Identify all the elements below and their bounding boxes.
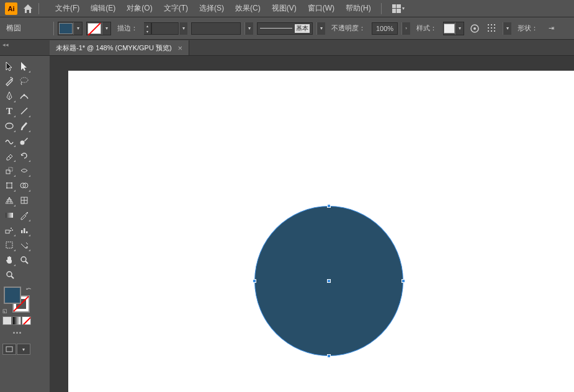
menu-edit[interactable]: 编辑(E)	[86, 1, 120, 16]
color-mode-gradient[interactable]	[12, 316, 22, 325]
stroke-weight-stepper[interactable]: ▴▾	[144, 22, 151, 35]
paintbrush-tool[interactable]	[17, 119, 31, 133]
free-transform-tool[interactable]	[2, 179, 16, 192]
stroke-weight-input[interactable]	[151, 22, 179, 35]
blob-brush-tool[interactable]	[17, 134, 31, 148]
width-tool[interactable]	[17, 164, 31, 177]
selected-ellipse[interactable]	[254, 206, 403, 356]
zoom-tool[interactable]	[17, 253, 31, 267]
svg-rect-18	[6, 230, 9, 233]
svg-rect-7	[6, 170, 10, 174]
selection-handle-top[interactable]	[327, 204, 331, 208]
edit-toolbar-icon[interactable]	[11, 329, 23, 336]
color-mode-none[interactable]	[22, 316, 31, 325]
selection-handle-left[interactable]	[253, 279, 256, 283]
svg-rect-17	[6, 213, 13, 218]
svg-point-10	[6, 182, 7, 184]
opacity-input[interactable]	[372, 22, 398, 35]
menu-window[interactable]: 窗口(W)	[303, 1, 339, 16]
hand-tool[interactable]	[2, 253, 16, 267]
selection-handle-center[interactable]	[327, 279, 331, 283]
shape-expand-icon[interactable]: ⇥	[544, 22, 558, 35]
selection-handle-bottom[interactable]	[327, 354, 331, 358]
selection-type-label: 椭圆	[6, 23, 50, 33]
stroke-swatch[interactable]	[87, 23, 101, 34]
fill-swatch[interactable]	[59, 23, 73, 34]
home-icon[interactable]	[22, 3, 34, 14]
fill-stroke-indicator: ⤺ ◱	[2, 285, 31, 314]
opacity-dropdown-btn[interactable]: ›	[401, 22, 410, 35]
panel-collapse-icon[interactable]: ◂◂	[2, 42, 9, 48]
menu-select[interactable]: 选择(S)	[194, 1, 229, 16]
menu-help[interactable]: 帮助(H)	[341, 1, 376, 16]
menu-file[interactable]: 文件(F)	[50, 1, 84, 16]
app-logo: Ai	[5, 2, 17, 15]
menu-view[interactable]: 视图(V)	[267, 1, 302, 16]
fill-dropdown-btn[interactable]: ▾	[73, 22, 82, 35]
column-graph-tool[interactable]	[17, 223, 31, 237]
svg-point-21	[10, 230, 11, 231]
default-fill-stroke-icon[interactable]: ◱	[2, 308, 7, 314]
magic-wand-tool[interactable]	[2, 74, 16, 88]
toolbox-fill-swatch[interactable]	[4, 287, 21, 304]
pen-tool[interactable]	[2, 89, 16, 103]
stroke-dropdown-btn[interactable]: ▾	[102, 22, 110, 35]
stroke-weight-dropdown[interactable]: ▾	[179, 22, 187, 35]
recolor-artwork-icon[interactable]	[468, 22, 482, 35]
symbol-sprayer-tool[interactable]	[2, 223, 16, 237]
artboard-tool[interactable]	[2, 238, 16, 252]
curvature-tool[interactable]	[17, 89, 31, 103]
style-dropdown-btn[interactable]: ▾	[455, 22, 464, 35]
menu-effect[interactable]: 效果(C)	[230, 1, 266, 16]
screen-mode-dropdown[interactable]: ▾	[17, 344, 30, 355]
line-tool[interactable]	[17, 104, 31, 118]
lasso-tool[interactable]	[17, 74, 31, 88]
shaper-tool[interactable]	[2, 134, 16, 148]
svg-rect-25	[6, 242, 12, 248]
menu-bar: Ai 文件(F) 编辑(E) 对象(O) 文字(T) 选择(S) 效果(C) 视…	[0, 0, 574, 17]
svg-rect-23	[24, 228, 25, 233]
workspace[interactable]	[50, 56, 574, 392]
direct-selection-tool[interactable]	[17, 60, 31, 73]
mesh-tool[interactable]	[17, 194, 31, 207]
ellipse-tool[interactable]	[2, 119, 16, 133]
gradient-tool[interactable]	[2, 208, 16, 222]
brush-definition[interactable]: 基本	[257, 22, 313, 35]
swap-fill-stroke-icon[interactable]: ⤺	[26, 285, 31, 292]
document-tab-bar: 未标题-1* @ 148% (CMYK/GPU 预览) ×	[0, 40, 574, 56]
zoom-tool-wide[interactable]	[2, 268, 31, 282]
scale-tool[interactable]	[2, 164, 16, 177]
menu-object[interactable]: 对象(O)	[122, 1, 157, 16]
color-mode-solid[interactable]	[2, 316, 12, 325]
svg-point-2	[20, 78, 28, 82]
svg-point-20	[12, 229, 13, 231]
svg-point-19	[11, 228, 12, 229]
align-panel-icon[interactable]	[485, 22, 499, 35]
graphic-style-dropdown[interactable]: ▾	[443, 22, 464, 35]
eraser-tool[interactable]	[2, 149, 16, 163]
svg-line-29	[11, 276, 14, 278]
type-tool[interactable]: T	[2, 104, 16, 118]
perspective-grid-tool[interactable]	[2, 194, 16, 207]
document-tab-active[interactable]: 未标题-1* @ 148% (CMYK/GPU 预览) ×	[50, 40, 189, 55]
shape-builder-tool[interactable]	[17, 179, 31, 192]
rotate-tool[interactable]	[17, 149, 31, 163]
brush-dropdown-btn[interactable]: ▾	[316, 22, 325, 35]
var-width-profile-dropdown[interactable]	[191, 22, 241, 35]
svg-line-27	[25, 261, 28, 264]
close-tab-icon[interactable]: ×	[178, 43, 183, 53]
workspace-switcher[interactable]: ▾	[390, 2, 406, 15]
svg-point-13	[11, 187, 12, 189]
var-width-dropdown-btn[interactable]: ▾	[244, 22, 253, 35]
eyedropper-tool[interactable]	[17, 208, 31, 222]
menu-text[interactable]: 文字(T)	[159, 1, 193, 16]
align-dropdown-btn[interactable]: ▾	[503, 22, 511, 35]
slice-tool[interactable]	[17, 238, 31, 252]
selection-tool[interactable]	[2, 60, 16, 73]
stroke-swatch-dropdown[interactable]: ▾	[86, 22, 111, 35]
artboard[interactable]	[68, 71, 574, 392]
selection-handle-right[interactable]	[401, 279, 405, 283]
draw-mode-normal[interactable]	[2, 344, 16, 355]
fill-swatch-dropdown[interactable]: ▾	[58, 22, 83, 35]
svg-point-26	[21, 257, 26, 262]
